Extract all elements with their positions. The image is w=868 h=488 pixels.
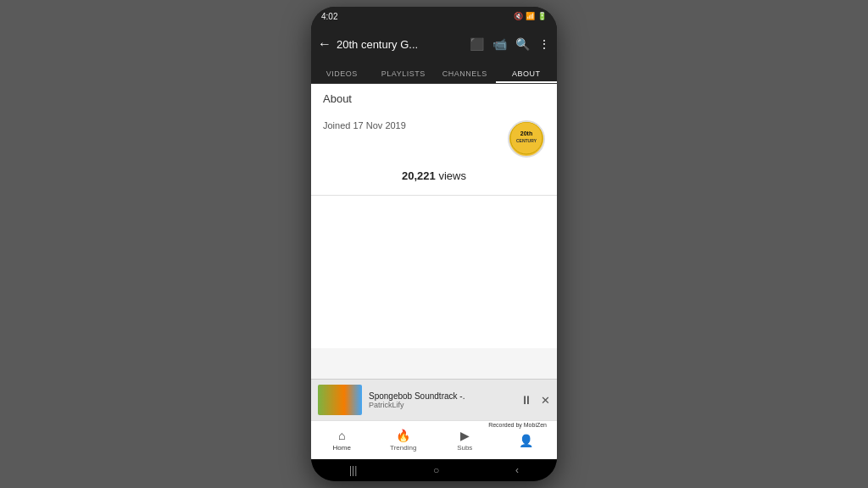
views-count: 20,221 xyxy=(402,169,436,182)
more-options-icon[interactable]: ⋮ xyxy=(538,38,550,50)
phone-frame: 4:02 🔇 📶 🔋 ← 20th century G... ⬛ 📹 🔍 ⋮ V… xyxy=(311,7,557,481)
status-bar: 4:02 🔇 📶 🔋 xyxy=(311,7,557,25)
content-area: About Joined 17 Nov 2019 20th CENTURY 2 xyxy=(311,84,557,379)
cast-icon[interactable]: ⬛ xyxy=(470,38,484,50)
back-button[interactable]: ← xyxy=(318,36,331,52)
mini-player-title: Spongebob Soundtrack -. xyxy=(369,391,514,401)
mini-player-channel: PatrickLify xyxy=(369,401,514,409)
mini-player[interactable]: Spongebob Soundtrack -. PatrickLify ⏸ ✕ xyxy=(311,379,557,420)
app-bar-icons: ⬛ 📹 🔍 ⋮ xyxy=(470,38,550,50)
nav-home[interactable]: ⌂ Home xyxy=(311,421,373,459)
bottom-nav: ⌂ Home 🔥 Trending ▶ Subs 👤 Recorded by M… xyxy=(311,420,557,459)
joined-date: Joined 17 Nov 2019 xyxy=(323,120,406,130)
mini-player-controls: ⏸ ✕ xyxy=(520,393,550,407)
tab-playlists[interactable]: PLAYLISTS xyxy=(373,63,435,83)
home-icon: ⌂ xyxy=(338,429,345,442)
close-button[interactable]: ✕ xyxy=(541,394,550,407)
trending-label: Trending xyxy=(390,444,416,452)
pause-button[interactable]: ⏸ xyxy=(520,393,532,407)
mini-thumbnail xyxy=(318,385,362,415)
home-label: Home xyxy=(333,444,351,452)
views-row: 20,221 views xyxy=(323,168,545,183)
tab-channels[interactable]: CHANNELS xyxy=(434,63,496,83)
status-time: 4:02 xyxy=(321,12,337,21)
search-icon[interactable]: 🔍 xyxy=(515,38,530,50)
signal-icon: 📶 xyxy=(526,12,535,20)
views-label: views xyxy=(436,169,466,182)
tabs-bar: VIDEOS PLAYLISTS CHANNELS ABOUT xyxy=(311,63,557,84)
app-bar: ← 20th century G... ⬛ 📹 🔍 ⋮ xyxy=(311,25,557,63)
about-heading: About xyxy=(323,92,545,105)
battery-icon: 🔋 xyxy=(537,12,547,20)
about-section: About Joined 17 Nov 2019 20th CENTURY 2 xyxy=(311,84,557,195)
joined-row: Joined 17 Nov 2019 20th CENTURY xyxy=(323,120,545,158)
tab-about[interactable]: ABOUT xyxy=(496,63,558,83)
avatar-label: 20th CENTURY xyxy=(509,121,543,157)
subscriptions-icon: ▶ xyxy=(460,429,470,442)
back-nav-button[interactable]: ‹ xyxy=(515,464,519,476)
home-button[interactable]: ○ xyxy=(433,464,439,476)
nav-trending[interactable]: 🔥 Trending xyxy=(373,421,435,459)
channel-title: 20th century G... xyxy=(337,38,465,51)
status-icons: 🔇 📶 🔋 xyxy=(514,12,547,20)
svg-text:CENTURY: CENTURY xyxy=(516,138,537,143)
recent-apps-button[interactable]: ||| xyxy=(349,464,357,476)
system-nav: ||| ○ ‹ xyxy=(311,459,557,481)
svg-text:20th: 20th xyxy=(520,130,532,136)
camera-icon[interactable]: 📹 xyxy=(492,38,507,50)
channel-avatar: 20th CENTURY xyxy=(508,120,545,158)
recorded-badge: Recorded by MobiZen xyxy=(485,421,550,429)
spacer-area xyxy=(311,196,557,348)
account-icon: 👤 xyxy=(519,434,533,447)
volume-icon: 🔇 xyxy=(514,12,523,20)
tab-videos[interactable]: VIDEOS xyxy=(311,63,373,83)
mini-player-info: Spongebob Soundtrack -. PatrickLify xyxy=(369,391,514,409)
trending-icon: 🔥 xyxy=(396,429,410,442)
subscriptions-label: Subs xyxy=(457,444,472,452)
